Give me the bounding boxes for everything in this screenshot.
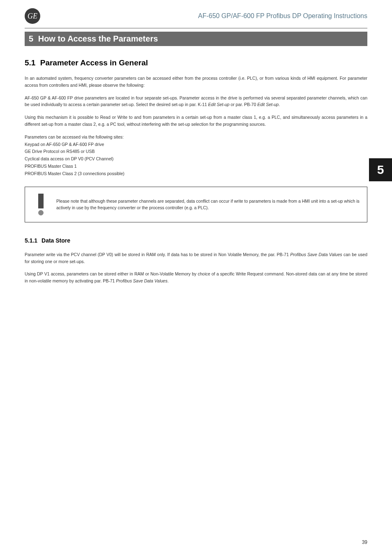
subsection-heading: 5.1.1 Data Store <box>25 237 367 244</box>
text-run: . <box>279 102 280 107</box>
section-heading: 5.1 Parameter Access in General <box>25 58 367 67</box>
header-divider <box>25 28 367 28</box>
note-text: Please note that although these paramete… <box>56 198 360 212</box>
subsection-para-1: Parameter write via the PCV channel (DP … <box>25 251 367 265</box>
list-item: Keypad on AF-650 GP & AF-600 FP drive <box>25 141 367 148</box>
text-run: . <box>167 278 168 283</box>
exclamation-icon <box>32 194 49 215</box>
subsection-title: Data Store <box>42 237 70 244</box>
main-content: 5.1 Parameter Access in General In an au… <box>0 58 392 284</box>
text-run: AF-650 GP & AF-600 FP drive parameters a… <box>25 95 367 107</box>
param-name: Edit Set-up <box>208 102 230 107</box>
section-number: 5.1 <box>25 58 35 67</box>
note-box: Please note that although these paramete… <box>25 187 367 222</box>
exclamation-dot <box>38 210 44 215</box>
param-name: Profibus Save Data Values <box>290 252 342 257</box>
list-item: Cyclical data access on DP V0 (PCV Chann… <box>25 155 367 163</box>
document-title: AF-650 GP/AF-600 FP Profibus DP Operatin… <box>198 12 367 20</box>
param-name: Profibus Save Data Values <box>116 278 167 283</box>
section-para-3: Using this mechanism it is possible to R… <box>25 114 367 128</box>
ge-logo-icon: GE <box>25 8 40 24</box>
page-number: 39 <box>362 539 367 545</box>
chapter-heading-bar: 5 How to Access the Parameters <box>25 32 367 46</box>
chapter-title: How to Access the Parameters <box>38 34 158 43</box>
side-tab-chapter-number: 5 <box>369 158 392 181</box>
list-item: PROFIBUS Master Class 1 <box>25 163 367 170</box>
logo-text: GE <box>28 12 37 21</box>
subsection-para-2: Using DP V1 access, parameters can be st… <box>25 271 367 284</box>
section-title: Parameter Access in General <box>40 58 148 67</box>
section-para-1: In an automated system, frequency conver… <box>25 75 367 89</box>
text-run: Parameter write via the PCV channel (DP … <box>25 252 290 257</box>
list-item: GE Drive Protocol on RS485 or USB <box>25 148 367 155</box>
param-name: Edit Set-up <box>257 102 279 107</box>
chapter-number: 5 <box>29 34 33 43</box>
section-para-2: AF-650 GP & AF-600 FP drive parameters a… <box>25 95 367 109</box>
access-sites-block: Parameters can be accessed via the follo… <box>25 134 367 178</box>
exclamation-bar <box>38 194 44 208</box>
text-run: Using DP V1 access, parameters can be st… <box>25 271 367 283</box>
text-run: or par. PB-70 <box>229 102 257 107</box>
list-intro: Parameters can be accessed via the follo… <box>25 134 367 141</box>
subsection-number: 5.1.1 <box>25 237 37 244</box>
list-item: PROFIBUS Master Class 2 (3 connections p… <box>25 170 367 178</box>
page-header: GE AF-650 GP/AF-600 FP Profibus DP Opera… <box>0 0 392 28</box>
